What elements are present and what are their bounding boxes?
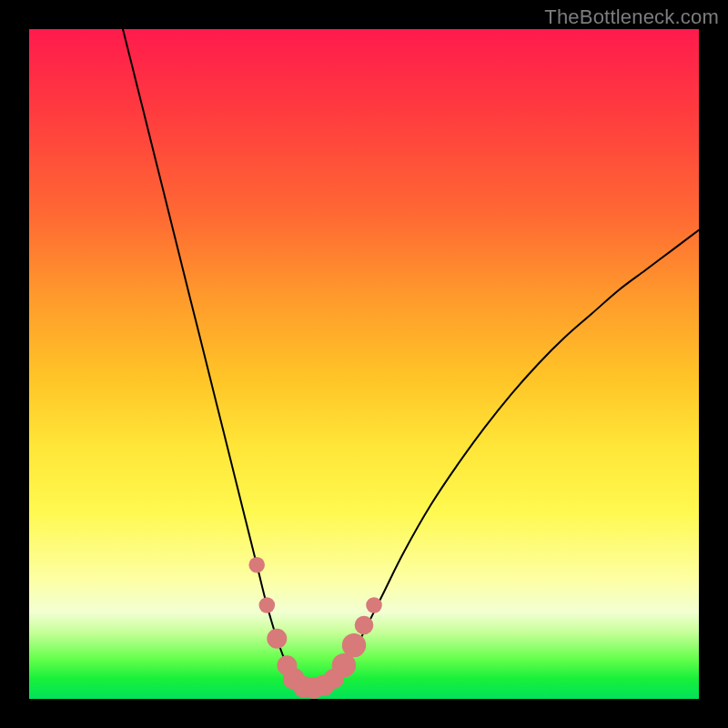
curve-marker	[267, 629, 287, 649]
curve-marker	[366, 597, 382, 613]
bottleneck-curve	[123, 29, 699, 690]
chart-frame: TheBottleneck.com	[0, 0, 728, 728]
curve-marker	[342, 633, 366, 657]
marker-group	[248, 557, 381, 699]
curve-marker	[259, 597, 276, 613]
curve-marker	[248, 557, 265, 573]
plot-area	[29, 29, 699, 699]
credit-label: TheBottleneck.com	[544, 5, 719, 29]
chart-svg	[29, 29, 699, 699]
curve-marker	[355, 616, 374, 635]
